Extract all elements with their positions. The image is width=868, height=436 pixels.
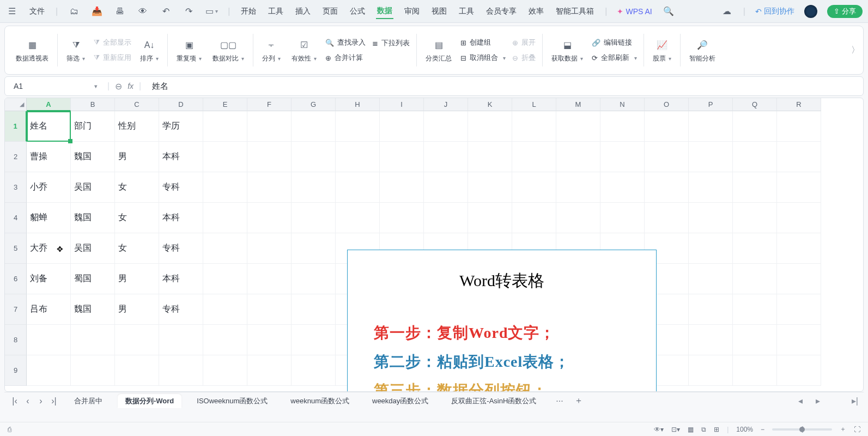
cell-E6[interactable] — [203, 264, 247, 294]
cell-P4[interactable] — [689, 203, 733, 233]
cell-Q3[interactable] — [733, 172, 777, 203]
cell-A2[interactable]: 曹操 — [27, 142, 71, 172]
cell-F1[interactable] — [247, 111, 292, 142]
cell-F2[interactable] — [247, 142, 292, 172]
cell-R1[interactable] — [777, 111, 821, 142]
cell-B6[interactable]: 蜀国 — [71, 264, 115, 294]
cell-G2[interactable] — [292, 142, 336, 172]
cell-E3[interactable] — [203, 172, 247, 203]
ribbon-split[interactable]: ⫟ 分列 — [257, 38, 286, 63]
cell-A3[interactable]: 小乔 — [27, 172, 71, 203]
cell-N3[interactable] — [600, 172, 645, 203]
row-head-1[interactable]: 1 — [5, 111, 27, 142]
zoom-out-icon[interactable]: ⊖ — [115, 81, 122, 92]
col-head-A[interactable]: A — [27, 98, 71, 111]
cell-P3[interactable] — [689, 172, 733, 203]
cell-H1[interactable] — [336, 111, 380, 142]
cell-E2[interactable] — [203, 142, 247, 172]
cell-G5[interactable] — [292, 233, 336, 264]
menu-tools1[interactable]: 工具 — [267, 4, 284, 19]
cell-O4[interactable] — [645, 203, 689, 233]
cell-C6[interactable]: 男 — [115, 264, 159, 294]
fx-label[interactable]: fx — [128, 82, 133, 90]
cell-I1[interactable] — [380, 111, 424, 142]
col-head-K[interactable]: K — [468, 98, 512, 111]
cell-E8[interactable] — [203, 325, 247, 355]
avatar[interactable] — [804, 5, 817, 18]
share-button[interactable]: ⇧ 分享 — [827, 5, 863, 18]
col-head-B[interactable]: B — [71, 98, 115, 111]
cell-I3[interactable] — [380, 172, 424, 203]
view-break-icon[interactable]: ⊞ — [714, 426, 719, 433]
cell-R7[interactable] — [777, 294, 821, 325]
menu-vip[interactable]: 会员专享 — [485, 4, 518, 19]
ribbon-stocks[interactable]: 📈 股票 — [647, 38, 677, 63]
status-left-icon[interactable]: ⎙ — [8, 426, 11, 433]
ribbon-merge-calc[interactable]: ⊕合并计算 — [322, 51, 369, 64]
cell-D9[interactable] — [159, 355, 203, 386]
menu-tools2[interactable]: 工具 — [458, 4, 475, 19]
row-head-2[interactable]: 2 — [5, 142, 27, 172]
cell-B2[interactable]: 魏国 — [71, 142, 115, 172]
ribbon-pivot[interactable]: ▦ 数据透视表 — [10, 38, 54, 63]
cell-B8[interactable] — [71, 325, 115, 355]
cell-R3[interactable] — [777, 172, 821, 203]
sheet-tab-2[interactable]: ISOweeknum函数公式 — [189, 394, 275, 408]
col-head-L[interactable]: L — [512, 98, 556, 111]
hscroll-left-icon[interactable]: ◂ — [798, 396, 803, 406]
ribbon-subtotal[interactable]: ▤ 分类汇总 — [420, 38, 457, 63]
row-head-8[interactable]: 8 — [5, 325, 27, 355]
cell-H2[interactable] — [336, 142, 380, 172]
cloud-icon[interactable]: ☁ — [720, 5, 733, 18]
sheet-tab-3[interactable]: weeknum函数公式 — [283, 394, 357, 408]
name-box[interactable]: A1 ▾ — [9, 82, 102, 90]
cell-P2[interactable] — [689, 142, 733, 172]
ribbon-find-input[interactable]: 🔍查找录入 — [322, 36, 369, 49]
menu-file[interactable]: 文件 — [28, 4, 46, 19]
menu-efficiency[interactable]: 效率 — [527, 4, 545, 19]
cell-R2[interactable] — [777, 142, 821, 172]
selection-handle[interactable] — [68, 139, 72, 143]
cell-O1[interactable] — [645, 111, 689, 142]
ribbon-dedup[interactable]: ▣ 重复项 — [171, 38, 207, 63]
print-icon[interactable]: 🖶 — [113, 5, 126, 18]
cell-E9[interactable] — [203, 355, 247, 386]
col-head-F[interactable]: F — [247, 98, 292, 111]
zoom-in-button[interactable]: ＋ — [840, 425, 846, 434]
cell-Q2[interactable] — [733, 142, 777, 172]
cell-D4[interactable]: 本科 — [159, 203, 203, 233]
row-head-6[interactable]: 6 — [5, 264, 27, 294]
spreadsheet-grid[interactable]: ◢ABCDEFGHIJKLMNOPQR1姓名部门性别学历2曹操魏国男本科3小乔吴… — [4, 98, 864, 392]
cell-C7[interactable]: 男 — [115, 294, 159, 325]
menu-start[interactable]: 开始 — [240, 4, 257, 19]
cell-E4[interactable] — [203, 203, 247, 233]
menu-data[interactable]: 数据 — [376, 4, 393, 19]
view-eye-icon[interactable]: 👁▾ — [654, 426, 664, 433]
cell-B4[interactable]: 魏国 — [71, 203, 115, 233]
cell-M4[interactable] — [556, 203, 600, 233]
cell-P1[interactable] — [689, 111, 733, 142]
zoom-value[interactable]: 100% — [736, 426, 753, 433]
cell-G7[interactable] — [292, 294, 336, 325]
cell-I4[interactable] — [380, 203, 424, 233]
menu-page[interactable]: 页面 — [321, 4, 339, 19]
ribbon-edit-links[interactable]: 🔗编辑链接 — [588, 36, 640, 49]
wps-ai-button[interactable]: ✦WPS AI — [617, 7, 652, 16]
col-head-M[interactable]: M — [556, 98, 600, 111]
cell-C8[interactable] — [115, 325, 159, 355]
back-to-collab-button[interactable]: ↶ 回到协作 — [755, 7, 794, 16]
cell-G6[interactable] — [292, 264, 336, 294]
col-head-D[interactable]: D — [159, 98, 203, 111]
col-head-C[interactable]: C — [115, 98, 159, 111]
format-painter-icon[interactable]: ▭ — [205, 5, 218, 18]
col-head-H[interactable]: H — [336, 98, 380, 111]
cell-K3[interactable] — [468, 172, 512, 203]
cell-D2[interactable]: 本科 — [159, 142, 203, 172]
ribbon-dropdown-list[interactable]: ≣下拉列表 — [369, 37, 413, 50]
cell-C9[interactable] — [115, 355, 159, 386]
cell-N2[interactable] — [600, 142, 645, 172]
cell-J4[interactable] — [424, 203, 468, 233]
cell-A9[interactable] — [27, 355, 71, 386]
cell-D1[interactable]: 学历 — [159, 111, 203, 142]
cell-R4[interactable] — [777, 203, 821, 233]
